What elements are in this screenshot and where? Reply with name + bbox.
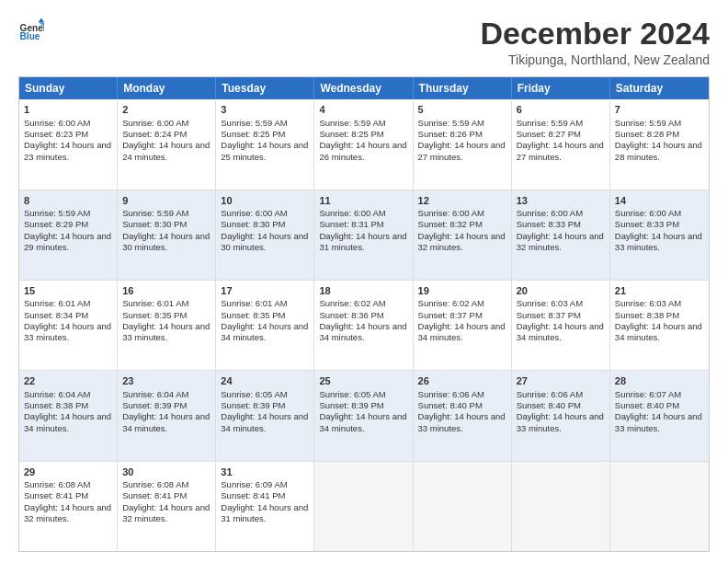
table-row: 22Sunrise: 6:04 AMSunset: 8:38 PMDayligh… [19, 371, 118, 460]
day-number: 18 [319, 284, 407, 297]
table-row: 8Sunrise: 5:59 AMSunset: 8:29 PMDaylight… [19, 190, 118, 280]
day-number: 19 [418, 284, 506, 297]
day-number: 4 [319, 103, 407, 116]
day-number: 14 [615, 194, 704, 207]
day-number: 23 [122, 374, 210, 387]
weekday-friday: Friday [512, 77, 610, 99]
calendar-row: 8Sunrise: 5:59 AMSunset: 8:29 PMDaylight… [19, 190, 709, 280]
table-row: 21Sunrise: 6:03 AMSunset: 8:38 PMDayligh… [610, 281, 709, 370]
table-row [610, 462, 709, 551]
page: General Blue December 2024 Tikipunga, No… [0, 0, 728, 563]
day-number: 12 [418, 194, 506, 207]
day-number: 6 [517, 103, 605, 116]
table-row: 16Sunrise: 6:01 AMSunset: 8:35 PMDayligh… [118, 281, 216, 370]
calendar-header: Sunday Monday Tuesday Wednesday Thursday… [19, 77, 709, 99]
main-title: December 2024 [480, 17, 710, 51]
day-number: 3 [221, 103, 309, 116]
svg-text:Blue: Blue [20, 31, 40, 41]
table-row: 23Sunrise: 6:04 AMSunset: 8:39 PMDayligh… [118, 371, 216, 460]
table-row: 27Sunrise: 6:06 AMSunset: 8:40 PMDayligh… [512, 371, 610, 460]
day-number: 20 [517, 284, 605, 297]
weekday-sunday: Sunday [19, 77, 118, 99]
calendar-row: 15Sunrise: 6:01 AMSunset: 8:34 PMDayligh… [19, 280, 709, 370]
calendar-row: 22Sunrise: 6:04 AMSunset: 8:38 PMDayligh… [19, 370, 709, 460]
table-row: 12Sunrise: 6:00 AMSunset: 8:32 PMDayligh… [414, 190, 512, 280]
weekday-monday: Monday [118, 77, 216, 99]
table-row [314, 462, 413, 551]
table-row: 6Sunrise: 5:59 AMSunset: 8:27 PMDaylight… [512, 99, 610, 189]
table-row: 9Sunrise: 5:59 AMSunset: 8:30 PMDaylight… [118, 190, 216, 280]
table-row: 5Sunrise: 5:59 AMSunset: 8:26 PMDaylight… [414, 99, 512, 189]
table-row: 29Sunrise: 6:08 AMSunset: 8:41 PMDayligh… [19, 462, 118, 551]
logo: General Blue [18, 17, 44, 42]
day-number: 5 [418, 103, 506, 116]
day-number: 22 [24, 374, 112, 387]
day-number: 13 [517, 194, 605, 207]
table-row [414, 462, 512, 551]
subtitle: Tikipunga, Northland, New Zealand [480, 52, 710, 67]
table-row: 7Sunrise: 5:59 AMSunset: 8:28 PMDaylight… [610, 99, 709, 189]
weekday-saturday: Saturday [610, 77, 709, 99]
day-number: 15 [24, 284, 112, 297]
table-row: 30Sunrise: 6:08 AMSunset: 8:41 PMDayligh… [118, 462, 216, 551]
table-row: 19Sunrise: 6:02 AMSunset: 8:37 PMDayligh… [414, 281, 512, 370]
title-area: December 2024 Tikipunga, Northland, New … [480, 17, 710, 67]
header: General Blue December 2024 Tikipunga, No… [18, 17, 710, 67]
table-row: 1Sunrise: 6:00 AMSunset: 8:23 PMDaylight… [19, 99, 118, 189]
day-number: 26 [418, 374, 506, 387]
day-number: 11 [319, 194, 407, 207]
calendar-row: 1Sunrise: 6:00 AMSunset: 8:23 PMDaylight… [19, 99, 709, 189]
calendar-row: 29Sunrise: 6:08 AMSunset: 8:41 PMDayligh… [19, 461, 709, 551]
day-number: 10 [221, 194, 309, 207]
day-number: 29 [24, 465, 112, 478]
table-row: 24Sunrise: 6:05 AMSunset: 8:39 PMDayligh… [216, 371, 314, 460]
day-number: 27 [517, 374, 605, 387]
day-number: 9 [122, 194, 210, 207]
table-row: 18Sunrise: 6:02 AMSunset: 8:36 PMDayligh… [314, 281, 413, 370]
day-number: 16 [122, 284, 210, 297]
day-number: 24 [221, 374, 309, 387]
weekday-thursday: Thursday [414, 77, 512, 99]
table-row: 4Sunrise: 5:59 AMSunset: 8:25 PMDaylight… [314, 99, 413, 189]
table-row: 10Sunrise: 6:00 AMSunset: 8:30 PMDayligh… [216, 190, 314, 280]
calendar-body: 1Sunrise: 6:00 AMSunset: 8:23 PMDaylight… [19, 99, 709, 551]
day-number: 25 [319, 374, 407, 387]
table-row [512, 462, 610, 551]
svg-marker-2 [39, 18, 44, 23]
day-number: 28 [615, 374, 704, 387]
table-row: 3Sunrise: 5:59 AMSunset: 8:25 PMDaylight… [216, 99, 314, 189]
day-number: 7 [615, 103, 704, 116]
day-number: 30 [122, 465, 210, 478]
day-number: 8 [24, 194, 112, 207]
day-number: 31 [221, 465, 309, 478]
table-row: 26Sunrise: 6:06 AMSunset: 8:40 PMDayligh… [414, 371, 512, 460]
table-row: 17Sunrise: 6:01 AMSunset: 8:35 PMDayligh… [216, 281, 314, 370]
table-row: 15Sunrise: 6:01 AMSunset: 8:34 PMDayligh… [19, 281, 118, 370]
weekday-wednesday: Wednesday [314, 77, 413, 99]
day-number: 21 [615, 284, 704, 297]
table-row: 28Sunrise: 6:07 AMSunset: 8:40 PMDayligh… [610, 371, 709, 460]
day-number: 2 [122, 103, 210, 116]
logo-icon: General Blue [18, 17, 44, 42]
table-row: 14Sunrise: 6:00 AMSunset: 8:33 PMDayligh… [610, 190, 709, 280]
table-row: 2Sunrise: 6:00 AMSunset: 8:24 PMDaylight… [118, 99, 216, 189]
day-number: 1 [24, 103, 112, 116]
table-row: 25Sunrise: 6:05 AMSunset: 8:39 PMDayligh… [314, 371, 413, 460]
table-row: 13Sunrise: 6:00 AMSunset: 8:33 PMDayligh… [512, 190, 610, 280]
table-row: 11Sunrise: 6:00 AMSunset: 8:31 PMDayligh… [314, 190, 413, 280]
table-row: 31Sunrise: 6:09 AMSunset: 8:41 PMDayligh… [216, 462, 314, 551]
day-number: 17 [221, 284, 309, 297]
weekday-tuesday: Tuesday [216, 77, 314, 99]
calendar: Sunday Monday Tuesday Wednesday Thursday… [18, 76, 710, 552]
table-row: 20Sunrise: 6:03 AMSunset: 8:37 PMDayligh… [512, 281, 610, 370]
